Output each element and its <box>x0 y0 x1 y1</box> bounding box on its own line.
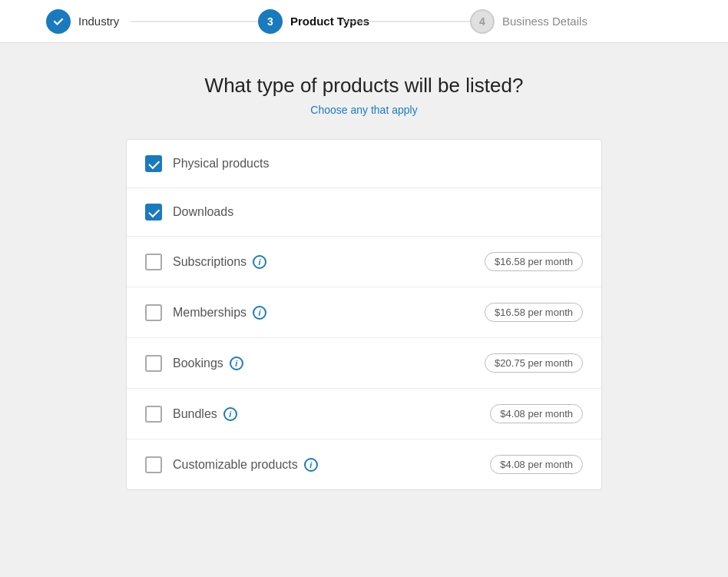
step-label-business-details: Business Details <box>502 15 587 28</box>
info-icon-customizable[interactable]: i <box>304 458 318 472</box>
option-row-bundles: Bundles i $4.08 per month <box>127 389 601 439</box>
page-title: What type of products will be listed? <box>205 74 524 98</box>
checkmark-icon <box>52 15 65 28</box>
info-icon-memberships[interactable]: i <box>253 306 266 320</box>
step-product-types: 3 Product Types <box>258 9 470 34</box>
option-label-customizable: Customizable products i <box>173 458 318 472</box>
step-circle-business-details: 4 <box>470 9 495 34</box>
step-industry: Industry <box>46 9 258 34</box>
option-label-subscriptions: Subscriptions i <box>173 255 266 269</box>
step-label-industry: Industry <box>78 15 119 28</box>
checkbox-bookings[interactable] <box>145 355 162 372</box>
options-card: Physical products Downloads Subscription… <box>126 139 602 490</box>
option-label-bookings: Bookings i <box>173 356 243 370</box>
price-badge-memberships: $16.58 per month <box>485 303 583 322</box>
checkbox-customizable[interactable] <box>145 456 162 473</box>
checkbox-subscriptions[interactable] <box>145 254 162 270</box>
option-row-physical: Physical products <box>127 140 601 188</box>
main-content: What type of products will be listed? Ch… <box>0 43 728 521</box>
price-badge-subscriptions: $16.58 per month <box>485 252 583 271</box>
page-subtitle: Choose any that apply <box>310 104 417 116</box>
step-circle-industry <box>46 9 71 34</box>
price-badge-customizable: $4.08 per month <box>490 455 583 474</box>
info-icon-bundles[interactable]: i <box>223 407 237 421</box>
option-label-downloads: Downloads <box>173 205 233 219</box>
stepper: Industry 3 Product Types 4 Business Deta… <box>0 0 728 43</box>
option-label-bundles: Bundles i <box>173 407 237 421</box>
checkbox-downloads[interactable] <box>145 204 162 221</box>
option-row-bookings: Bookings i $20.75 per month <box>127 338 601 389</box>
option-row-downloads: Downloads <box>127 188 601 237</box>
option-label-physical: Physical products <box>173 157 269 171</box>
option-row-memberships: Memberships i $16.58 per month <box>127 287 601 338</box>
checkbox-memberships[interactable] <box>145 304 162 321</box>
info-icon-subscriptions[interactable]: i <box>253 255 266 269</box>
option-row-subscriptions: Subscriptions i $16.58 per month <box>127 237 601 287</box>
price-badge-bundles: $4.08 per month <box>490 404 583 423</box>
checkbox-physical[interactable] <box>145 155 162 172</box>
checkbox-bundles[interactable] <box>145 406 162 423</box>
step-circle-product-types: 3 <box>258 9 283 34</box>
option-row-customizable: Customizable products i $4.08 per month <box>127 439 601 489</box>
step-label-product-types: Product Types <box>290 15 369 28</box>
step-business-details: 4 Business Details <box>470 9 682 34</box>
info-icon-bookings[interactable]: i <box>230 356 243 370</box>
price-badge-bookings: $20.75 per month <box>485 353 583 373</box>
option-label-memberships: Memberships i <box>173 306 266 320</box>
